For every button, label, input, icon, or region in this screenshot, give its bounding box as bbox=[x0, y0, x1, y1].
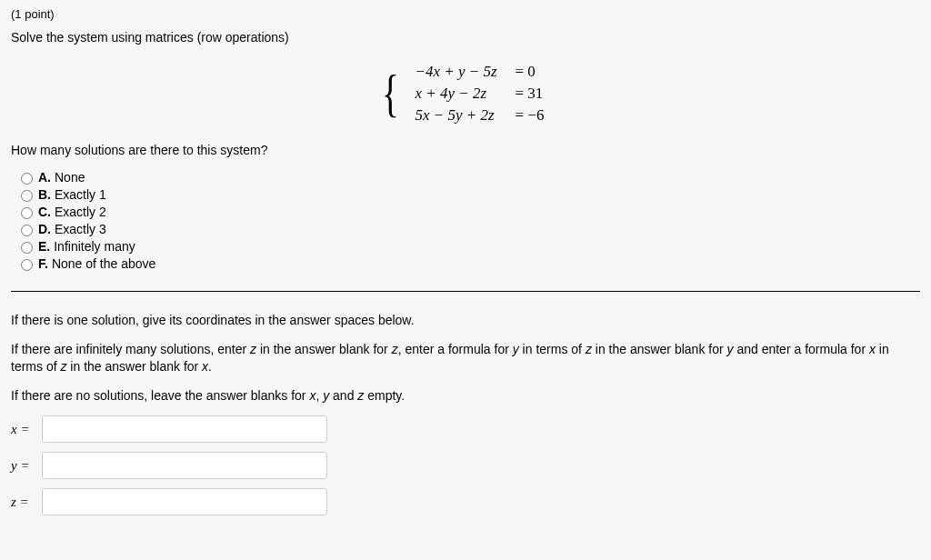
left-brace-icon: { bbox=[382, 68, 399, 119]
explain-none: If there are no solutions, leave the ans… bbox=[11, 387, 920, 405]
option-d[interactable]: D. Exactly 3 bbox=[16, 222, 920, 236]
option-text: Exactly 2 bbox=[55, 205, 106, 219]
radio-c[interactable] bbox=[21, 207, 33, 219]
radio-e[interactable] bbox=[21, 242, 33, 254]
option-letter: A. bbox=[38, 170, 51, 185]
radio-b[interactable] bbox=[21, 190, 33, 202]
options-group: A. None B. Exactly 1 C. Exactly 2 D. Exa… bbox=[11, 170, 920, 271]
instruction-text: Solve the system using matrices (row ope… bbox=[11, 30, 920, 45]
answer-row-x: x = bbox=[11, 415, 920, 443]
answer-row-y: y = bbox=[11, 452, 920, 479]
option-letter: B. bbox=[38, 187, 51, 202]
question-text: How many solutions are there to this sys… bbox=[11, 143, 920, 157]
option-b[interactable]: B. Exactly 1 bbox=[16, 187, 920, 202]
explain-infinite: If there are infinitely many solutions, … bbox=[11, 341, 920, 376]
y-label: y = bbox=[11, 458, 42, 474]
option-a[interactable]: A. None bbox=[16, 170, 920, 185]
equation-row: −4x + y − 5z = 0 bbox=[405, 61, 553, 83]
z-input[interactable] bbox=[42, 488, 327, 515]
divider bbox=[11, 291, 920, 292]
explain-one-solution: If there is one solution, give its coord… bbox=[11, 312, 920, 330]
option-letter: F. bbox=[38, 256, 48, 271]
radio-f[interactable] bbox=[21, 259, 33, 271]
option-text: None of the above bbox=[52, 256, 155, 271]
option-text: None bbox=[55, 170, 85, 185]
points-label: (1 point) bbox=[11, 7, 920, 21]
z-label: z = bbox=[11, 495, 42, 510]
x-input[interactable] bbox=[42, 415, 327, 443]
option-letter: E. bbox=[38, 239, 50, 254]
y-input[interactable] bbox=[42, 452, 327, 479]
option-f[interactable]: F. None of the above bbox=[16, 256, 920, 271]
system-of-equations: { −4x + y − 5z = 0 x + 4y − 2z = 31 5x −… bbox=[11, 61, 920, 126]
radio-a[interactable] bbox=[21, 173, 33, 185]
answer-row-z: z = bbox=[11, 488, 920, 515]
equation-row: x + 4y − 2z = 31 bbox=[405, 83, 553, 105]
x-label: x = bbox=[11, 422, 42, 437]
option-text: Exactly 1 bbox=[55, 187, 106, 202]
option-letter: D. bbox=[38, 222, 51, 236]
option-e[interactable]: E. Infinitely many bbox=[16, 239, 920, 254]
option-text: Infinitely many bbox=[54, 239, 135, 254]
option-text: Exactly 3 bbox=[55, 222, 106, 236]
option-c[interactable]: C. Exactly 2 bbox=[16, 205, 920, 219]
option-letter: C. bbox=[38, 205, 51, 219]
equation-row: 5x − 5y + 2z = −6 bbox=[405, 105, 553, 126]
radio-d[interactable] bbox=[21, 225, 33, 236]
